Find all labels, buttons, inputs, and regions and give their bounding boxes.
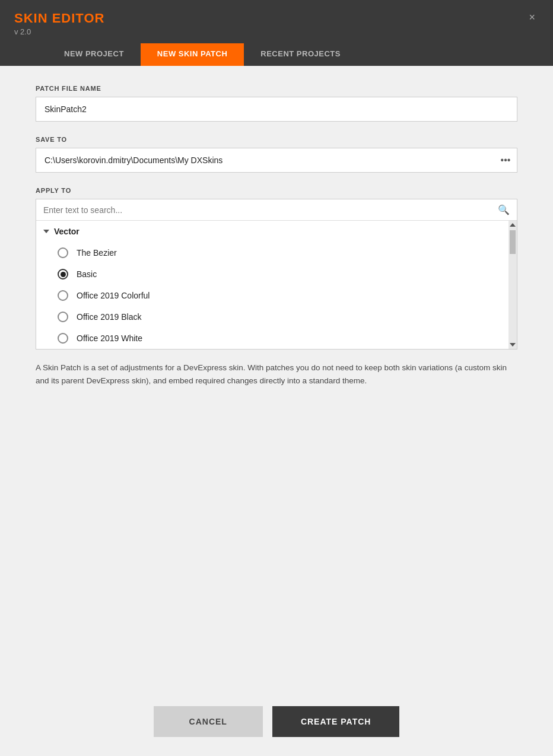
- item-label-office-white: Office 2019 White: [77, 333, 142, 343]
- list-item[interactable]: The Bezier: [36, 242, 517, 263]
- browse-button[interactable]: •••: [494, 148, 517, 173]
- apply-to-section: APPLY TO 🔍 Vector The Bezier: [36, 187, 517, 350]
- radio-office-colorful[interactable]: [58, 290, 68, 301]
- tree-list: Vector The Bezier Basic Office: [36, 221, 517, 349]
- chevron-down-icon: [43, 230, 49, 233]
- search-row: 🔍: [36, 199, 517, 221]
- tab-new-skin-patch[interactable]: NEW SKIN PATCH: [141, 43, 244, 66]
- close-button[interactable]: ×: [525, 11, 539, 24]
- save-to-section: SAVE TO •••: [36, 136, 517, 173]
- description-text: A Skin Patch is a set of adjustments for…: [36, 361, 517, 387]
- scroll-down-arrow[interactable]: [510, 343, 516, 347]
- content-area: PATCH FILE NAME SAVE TO ••• APPLY TO 🔍: [0, 66, 553, 690]
- scroll-up-arrow[interactable]: [510, 223, 516, 227]
- apply-to-label: APPLY TO: [36, 187, 517, 194]
- app-title: SKIN EDITOR: [14, 11, 104, 26]
- list-item[interactable]: Basic: [36, 263, 517, 285]
- radio-office-black[interactable]: [58, 312, 68, 322]
- item-label-basic: Basic: [77, 269, 97, 279]
- patch-file-name-section: PATCH FILE NAME: [36, 85, 517, 122]
- title-bar: SKIN EDITOR v 2.0 ×: [0, 0, 553, 43]
- tree-group-header: Vector: [36, 221, 517, 242]
- scrollbar[interactable]: [508, 221, 517, 349]
- patch-file-name-input[interactable]: [36, 97, 517, 122]
- tree-group-label: Vector: [54, 227, 80, 236]
- radio-the-bezier[interactable]: [58, 247, 68, 258]
- tab-recent-projects[interactable]: RECENT PROJECTS: [244, 43, 357, 66]
- save-to-wrapper: •••: [36, 148, 517, 173]
- create-patch-button[interactable]: CREATE PATCH: [272, 706, 400, 737]
- app-version: v 2.0: [14, 27, 104, 36]
- radio-inner: [61, 272, 66, 277]
- radio-basic[interactable]: [58, 269, 68, 279]
- dialog: SKIN EDITOR v 2.0 × NEW PROJECT NEW SKIN…: [0, 0, 553, 756]
- list-item[interactable]: Office 2019 Colorful: [36, 285, 517, 306]
- scroll-thumb[interactable]: [510, 230, 516, 254]
- search-box-wrapper: 🔍 Vector The Bezier Ba: [36, 199, 517, 350]
- save-to-input[interactable]: [36, 148, 517, 173]
- list-item[interactable]: Office 2019 Black: [36, 306, 517, 328]
- cancel-button[interactable]: CANCEL: [154, 706, 263, 737]
- footer: CANCEL CREATE PATCH: [0, 690, 553, 756]
- item-label-the-bezier: The Bezier: [77, 248, 117, 258]
- item-label-office-colorful: Office 2019 Colorful: [77, 291, 150, 300]
- list-item[interactable]: Office 2019 White: [36, 328, 517, 349]
- tab-new-project[interactable]: NEW PROJECT: [47, 43, 141, 66]
- title-bar-left: SKIN EDITOR v 2.0: [14, 11, 104, 36]
- search-input[interactable]: [43, 205, 498, 215]
- patch-file-name-label: PATCH FILE NAME: [36, 85, 517, 92]
- save-to-label: SAVE TO: [36, 136, 517, 143]
- radio-office-white[interactable]: [58, 333, 68, 344]
- tabs-bar: NEW PROJECT NEW SKIN PATCH RECENT PROJEC…: [0, 43, 553, 66]
- item-label-office-black: Office 2019 Black: [77, 312, 141, 322]
- search-icon: 🔍: [498, 204, 510, 215]
